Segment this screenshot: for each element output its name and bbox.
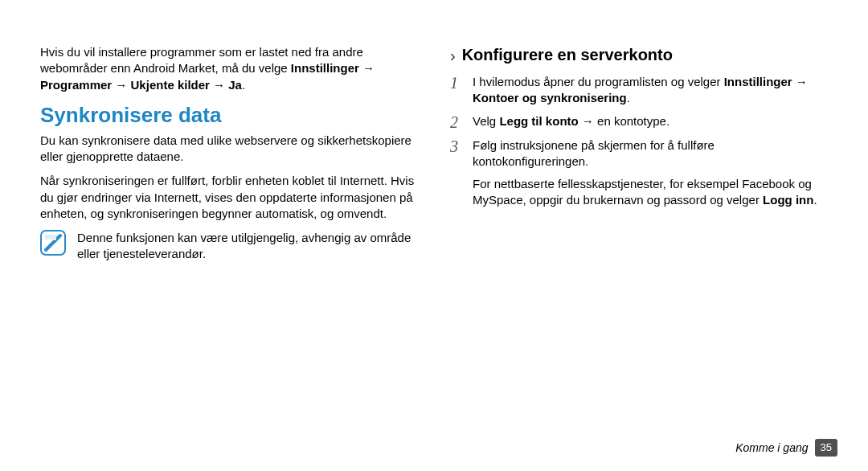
sync-paragraph-1: Du kan synkronisere data med ulike webse… xyxy=(40,133,418,166)
step-marker-3: 3 xyxy=(450,137,463,170)
subsection-heading-row: › Konfigurere en serverkonto xyxy=(450,44,828,66)
chevron-right-icon: › xyxy=(450,47,456,63)
step-3-body: Følg instruksjonene på skjermen for å fu… xyxy=(473,137,828,170)
footer-section-name: Komme i gang xyxy=(735,440,808,456)
step-3-followup: For nettbaserte fellesskapstjenester, fo… xyxy=(473,176,828,209)
right-column: › Konfigurere en serverkonto 1 I hvilemo… xyxy=(450,40,828,263)
intro-paragraph: Hvis du vil installere programmer som er… xyxy=(40,44,418,93)
intro-post: . xyxy=(242,78,245,92)
step-marker-2: 2 xyxy=(450,113,463,131)
step2-post: → en kontotype. xyxy=(579,114,669,128)
note-text: Denne funksjonen kan være utilgjengelig,… xyxy=(77,230,418,263)
step-1-body: I hvilemodus åpner du programlisten og v… xyxy=(473,74,828,107)
page-number-badge: 35 xyxy=(815,439,837,457)
subsection-heading: Konfigurere en serverkonto xyxy=(462,44,673,66)
step1-pre: I hvilemodus åpner du programlisten og v… xyxy=(473,75,724,88)
step3-follow-pre: For nettbaserte fellesskapstjenester, fo… xyxy=(473,177,812,207)
step3-follow-bold: Logg inn xyxy=(763,193,813,207)
section-heading-synkronisere: Synkronisere data xyxy=(40,101,418,129)
step-1: 1 I hvilemodus åpner du programlisten og… xyxy=(450,74,828,107)
page-footer: Komme i gang 35 xyxy=(735,439,837,457)
sync-paragraph-2: Når synkroniseringen er fullført, forbli… xyxy=(40,173,418,222)
step-2: 2 Velg Legg til konto → en kontotype. xyxy=(450,113,828,131)
step-2-body: Velg Legg til konto → en kontotype. xyxy=(473,113,828,131)
note-icon xyxy=(40,230,66,256)
note-block: Denne funksjonen kan være utilgjengelig,… xyxy=(40,230,418,263)
left-column: Hvis du vil installere programmer som er… xyxy=(40,40,418,263)
step2-pre: Velg xyxy=(473,114,499,128)
step-3: 3 Følg instruksjonene på skjermen for å … xyxy=(450,137,828,170)
step1-post: . xyxy=(627,91,630,104)
page-content: Hvis du vil installere programmer som er… xyxy=(0,0,868,263)
step3-follow-post: . xyxy=(813,193,817,207)
step-marker-1: 1 xyxy=(450,74,463,107)
step2-bold: Legg til konto xyxy=(499,114,578,128)
